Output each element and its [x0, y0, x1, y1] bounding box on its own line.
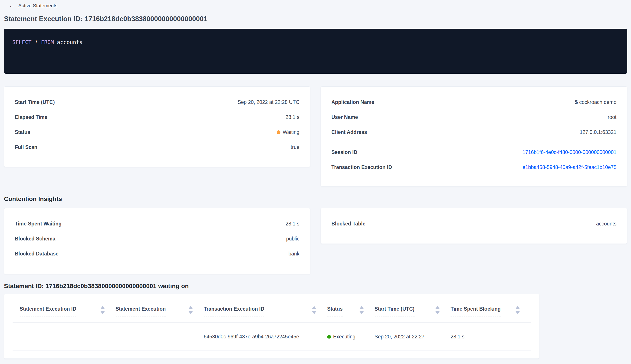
transaction-execution-id-label: Transaction Execution ID [332, 164, 392, 170]
start-time-row: Start Time (UTC) Sep 20, 2022 at 22:28 U… [4, 95, 310, 110]
column-header-label: Statement Execution ID [20, 306, 76, 317]
time-spent-waiting-label: Time Spent Waiting [15, 221, 62, 227]
full-scan-value: true [290, 144, 300, 150]
sql-identifier: accounts [54, 39, 82, 46]
session-id-label: Session ID [332, 149, 358, 155]
back-arrow-icon: ← [9, 3, 15, 9]
blocked-table-label: Blocked Table [332, 221, 365, 227]
sql-keyword: SELECT [12, 39, 32, 46]
status-label: Status [15, 129, 30, 135]
status-value: Waiting [283, 129, 300, 135]
column-header-status[interactable]: Status [327, 294, 375, 322]
blocked-database-row: Blocked Database bank [4, 246, 310, 261]
full-scan-row: Full Scan true [4, 140, 310, 155]
client-address-row: Client Address 127.0.0.1:63321 [321, 125, 627, 140]
user-name-row: User Name root [321, 110, 627, 125]
page-title: Statement Execution ID: 1716b218dc0b3838… [4, 14, 627, 24]
card-divider [332, 142, 616, 142]
time-spent-waiting-value: 28.1 s [286, 221, 300, 227]
sql-keyword: FROM [41, 39, 54, 46]
time-spent-waiting-row: Time Spent Waiting 28.1 s [4, 216, 310, 231]
column-header-label: Transaction Execution ID [204, 306, 264, 317]
contention-card: Time Spent Waiting 28.1 s Blocked Schema… [4, 208, 310, 274]
elapsed-time-value: 28.1 s [286, 114, 300, 120]
column-header-label: Start Time (UTC) [375, 306, 414, 317]
start-time-value: Sep 20, 2022 at 22:28 UTC [238, 99, 300, 105]
transaction-execution-id-link[interactable]: e1bba458-5948-40a9-a42f-5feac1b10e75 [522, 164, 616, 170]
sort-icon [359, 306, 364, 314]
user-name-label: User Name [332, 114, 358, 120]
start-time-label: Start Time (UTC) [15, 99, 55, 105]
blocked-table-value: accounts [596, 221, 616, 227]
back-link-active-statements[interactable]: ← Active Statements [4, 1, 57, 10]
column-header-start-time[interactable]: Start Time (UTC) [375, 294, 451, 322]
back-link-label: Active Statements [18, 3, 57, 8]
cell-status-value: Executing [333, 334, 356, 340]
cell-status: Executing [327, 334, 375, 340]
session-card: Application Name $ cockroach demo User N… [320, 86, 627, 186]
sort-icon [515, 306, 520, 314]
column-header-label: Time Spent Blocking [450, 306, 500, 317]
status-row: Status Waiting [4, 125, 310, 140]
full-scan-label: Full Scan [15, 144, 37, 150]
column-header-time-spent-blocking[interactable]: Time Spent Blocking [450, 294, 530, 322]
sql-statement-box: SELECT * FROM accounts [4, 29, 627, 74]
waiting-on-table: Statement Execution ID Statement Executi… [4, 294, 539, 359]
elapsed-time-row: Elapsed Time 28.1 s [4, 110, 310, 125]
blocked-database-label: Blocked Database [15, 251, 58, 257]
column-header-label: Statement Execution [116, 306, 166, 317]
blocked-database-value: bank [288, 251, 300, 257]
status-waiting-dot-icon [277, 130, 280, 134]
overview-card: Start Time (UTC) Sep 20, 2022 at 22:28 U… [4, 86, 310, 167]
session-id-row: Session ID 1716b1f6-4e0c-f480-0000-00000… [321, 145, 627, 160]
waiting-on-heading: Statement ID: 1716b218dc0b38380000000000… [4, 282, 627, 290]
transaction-execution-id-row: Transaction Execution ID e1bba458-5948-4… [321, 160, 627, 175]
sort-icon [188, 306, 193, 314]
column-header-statement-execution-id[interactable]: Statement Execution ID [12, 294, 116, 322]
user-name-value: root [608, 114, 616, 120]
cell-transaction-execution-id: 64530d0c-969f-437e-a9b4-26a72245e45e [204, 334, 327, 340]
sql-operator: * [32, 39, 41, 46]
contention-insights-heading: Contention Insights [4, 195, 627, 203]
cell-time-spent-blocking: 28.1 s [450, 334, 530, 340]
table-header-row: Statement Execution ID Statement Executi… [12, 294, 530, 323]
column-header-statement-execution[interactable]: Statement Execution [116, 294, 204, 322]
elapsed-time-label: Elapsed Time [15, 114, 48, 120]
application-name-row: Application Name $ cockroach demo [321, 95, 627, 110]
application-name-value: $ cockroach demo [575, 99, 616, 105]
client-address-value: 127.0.0.1:63321 [580, 129, 616, 135]
client-address-label: Client Address [332, 129, 367, 135]
sort-icon [100, 306, 105, 314]
status-executing-dot-icon [327, 335, 331, 339]
blocked-schema-label: Blocked Schema [15, 236, 56, 242]
blocked-table-card: Blocked Table accounts [320, 208, 627, 244]
sort-icon [312, 306, 316, 314]
column-header-label: Status [327, 306, 343, 317]
sort-icon [435, 306, 440, 314]
blocked-schema-value: public [286, 236, 300, 242]
blocked-table-row: Blocked Table accounts [321, 216, 627, 231]
application-name-label: Application Name [332, 99, 374, 105]
cell-start-time: Sep 20, 2022 at 22:27 [375, 334, 451, 340]
session-id-link[interactable]: 1716b1f6-4e0c-f480-0000-000000000001 [522, 149, 616, 155]
statement-execution-detail-page: ← Active Statements Statement Execution … [0, 0, 631, 359]
column-header-transaction-execution-id[interactable]: Transaction Execution ID [204, 294, 327, 322]
table-row: 64530d0c-969f-437e-a9b4-26a72245e45e Exe… [12, 323, 530, 351]
blocked-schema-row: Blocked Schema public [4, 231, 310, 246]
